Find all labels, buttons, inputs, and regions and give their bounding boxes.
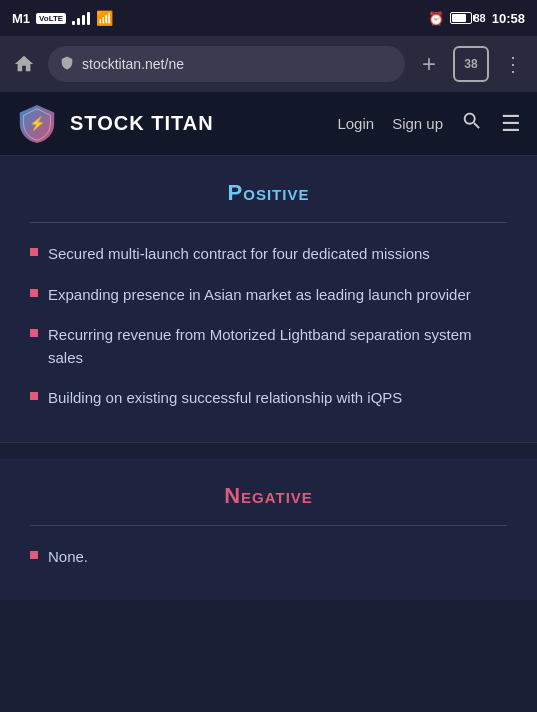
new-tab-button[interactable]: + (415, 50, 443, 78)
dots-icon: ⋮ (503, 52, 523, 76)
hamburger-button[interactable]: ☰ (501, 111, 521, 137)
negative-divider (30, 525, 507, 526)
battery-icon: 88 (450, 12, 486, 24)
tab-count-button[interactable]: 38 (453, 46, 489, 82)
tab-count-label: 38 (464, 57, 477, 71)
nav-links: Login Sign up ☰ (337, 110, 521, 137)
bullet-icon (30, 248, 38, 256)
signup-link[interactable]: Sign up (392, 115, 443, 132)
list-item: Recurring revenue from Motorized Lightba… (30, 324, 507, 369)
list-item: Secured multi-launch contract for four d… (30, 243, 507, 266)
signal-bars (72, 11, 90, 25)
brand-name: STOCK TITAN (70, 112, 325, 135)
positive-item-1: Secured multi-launch contract for four d… (48, 243, 430, 266)
list-item: Building on existing successful relation… (30, 387, 507, 410)
alarm-icon: ⏰ (428, 11, 444, 26)
login-link[interactable]: Login (337, 115, 374, 132)
status-right: ⏰ 88 10:58 (428, 11, 526, 26)
browser-chrome: stocktitan.net/ne + 38 ⋮ (0, 36, 537, 92)
negative-list: None. (30, 546, 507, 569)
signal-bar-3 (82, 15, 85, 25)
bullet-icon (30, 289, 38, 297)
carrier-label: M1 (12, 11, 30, 26)
status-bar: M1 VoLTE 📶 ⏰ 88 10:58 (0, 0, 537, 36)
positive-title: Positive (30, 180, 507, 206)
address-bar[interactable]: stocktitan.net/ne (48, 46, 405, 82)
bullet-icon (30, 392, 38, 400)
negative-title: Negative (30, 483, 507, 509)
signal-bar-1 (72, 21, 75, 25)
positive-item-2: Expanding presence in Asian market as le… (48, 284, 471, 307)
logo-icon: ⚡ (16, 103, 58, 145)
security-icon (60, 56, 74, 73)
positive-item-4: Building on existing successful relation… (48, 387, 402, 410)
negative-section: Negative None. (0, 459, 537, 601)
negative-item-1: None. (48, 546, 88, 569)
browser-menu-button[interactable]: ⋮ (499, 50, 527, 78)
signal-bar-4 (87, 12, 90, 25)
bullet-icon (30, 551, 38, 559)
list-item: None. (30, 546, 507, 569)
svg-text:⚡: ⚡ (29, 114, 46, 131)
wifi-icon: 📶 (96, 10, 113, 26)
status-left: M1 VoLTE 📶 (12, 10, 113, 26)
battery-percent: 88 (474, 12, 486, 24)
signal-bar-2 (77, 18, 80, 25)
nav-bar: ⚡ STOCK TITAN Login Sign up ☰ (0, 92, 537, 156)
time-label: 10:58 (492, 11, 525, 26)
list-item: Expanding presence in Asian market as le… (30, 284, 507, 307)
battery-fill (452, 14, 466, 22)
volte-badge: VoLTE (36, 13, 66, 24)
bullet-icon (30, 329, 38, 337)
plus-icon: + (422, 50, 436, 78)
home-button[interactable] (10, 50, 38, 78)
main-content: Positive Secured multi-launch contract f… (0, 156, 537, 600)
positive-item-3: Recurring revenue from Motorized Lightba… (48, 324, 507, 369)
positive-divider (30, 222, 507, 223)
positive-section: Positive Secured multi-launch contract f… (0, 156, 537, 443)
address-text: stocktitan.net/ne (82, 56, 184, 72)
search-button[interactable] (461, 110, 483, 137)
battery-body (450, 12, 472, 24)
positive-list: Secured multi-launch contract for four d… (30, 243, 507, 410)
